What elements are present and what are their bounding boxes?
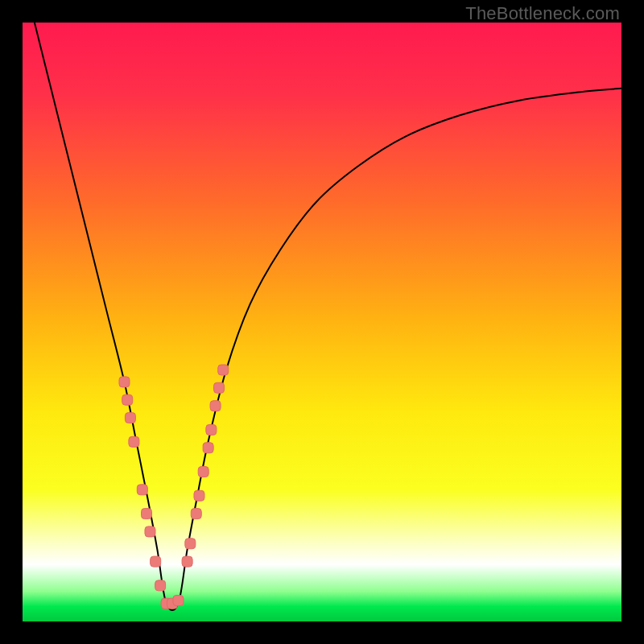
data-marker xyxy=(137,485,147,495)
data-marker xyxy=(155,580,166,591)
data-marker xyxy=(194,490,204,501)
data-marker xyxy=(198,467,208,477)
data-marker xyxy=(203,443,213,453)
data-marker xyxy=(214,382,225,393)
chart-background xyxy=(23,23,621,621)
data-marker xyxy=(182,556,192,567)
data-marker xyxy=(119,377,130,387)
data-marker xyxy=(191,509,201,519)
data-marker xyxy=(151,556,161,567)
data-marker xyxy=(218,365,229,375)
data-marker xyxy=(173,595,184,605)
data-marker xyxy=(122,394,133,405)
data-marker xyxy=(210,401,221,411)
chart-frame xyxy=(23,23,621,621)
bottleneck-chart xyxy=(23,23,621,621)
data-marker xyxy=(129,436,139,447)
data-marker xyxy=(185,539,196,549)
data-marker xyxy=(142,509,152,519)
data-marker xyxy=(145,526,155,537)
watermark-text: TheBottleneck.com xyxy=(465,3,620,24)
data-marker xyxy=(206,424,217,435)
data-marker xyxy=(125,413,135,423)
